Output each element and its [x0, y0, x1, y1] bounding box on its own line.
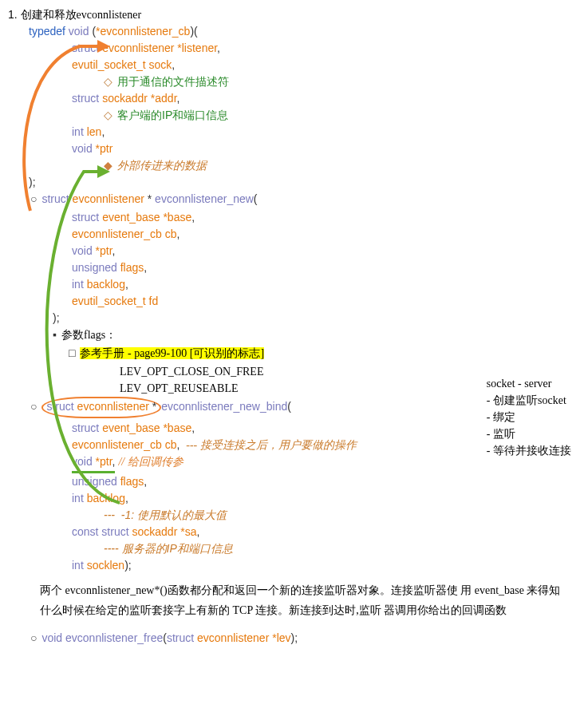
fn1-p6: evutil_socket_t fd	[8, 293, 568, 310]
fn1-sig: struct evconnlistener * evconnlistener_n…	[30, 191, 568, 208]
typedef-line: typedef void (*evconnlistener_cb)(	[8, 23, 568, 40]
fn1-opt1: LEV_OPT_CLOSE_ON_FREE	[8, 363, 568, 380]
fn2-p2: evconnlistener_cb cb, --- 接受连接之后，用户要做的操作	[8, 437, 568, 453]
typedef-p2-note: ◇用于通信的文件描述符	[8, 73, 568, 90]
fn1-flags-label: 参数flags：	[53, 326, 568, 343]
typedef-p1: struct evconnlistener *listener,	[8, 40, 568, 57]
fn1-opt2: LEV_OPT_REUSEABLE	[8, 380, 568, 397]
fn2-p5: int backlog,	[8, 490, 568, 507]
sidebar-item-1: 绑定	[487, 409, 571, 425]
sidebar-item-2: 监听	[487, 425, 571, 442]
sidebar-title: socket - server	[487, 375, 571, 392]
fn1-block: struct evconnlistener * evconnlistener_n…	[8, 191, 568, 208]
fn1-p3: void *ptr,	[8, 243, 568, 259]
fn1-p1: struct event_base *base,	[8, 209, 568, 226]
section-title: 1. 创建和释放evconnlistener	[8, 6, 568, 23]
fn3-block: void evconnlistener_free(struct evconnli…	[8, 630, 568, 647]
typedef-p5: void *ptr	[8, 140, 568, 157]
typedef-p5-note: ◆外部传进来的数据	[8, 157, 568, 174]
fn1-flags-ref: 参考手册 - page99-100 [可识别的标志]	[69, 345, 568, 362]
fn2-p7: int socklen);	[8, 557, 568, 574]
fn1-close: );	[8, 310, 568, 326]
typedef-close: );	[8, 174, 568, 191]
typedef-p3-note: ◇客户端的IP和端口信息	[8, 107, 568, 124]
sidebar-item-3: 等待并接收连接	[487, 442, 571, 459]
sidebar-item-0: 创建监听socket	[487, 392, 571, 409]
title-text: 创建和释放evconnlistener	[21, 9, 142, 21]
sidebar-notes: socket - server 创建监听socket 绑定 监听 等待并接收连接	[487, 375, 571, 459]
typedef-p2: evutil_socket_t sock,	[8, 57, 568, 73]
title-number: 1.	[8, 8, 18, 21]
fn2-p6-note: ---- 服务器的IP和端口信息	[8, 540, 568, 557]
explanation-text: 两个 evconnlistener_new*()函数都分配和返回一个新的连接监听…	[40, 580, 568, 620]
fn2-p6: const struct sockaddr *sa,	[8, 524, 568, 540]
fn1-p4: unsigned flags,	[8, 259, 568, 276]
fn1-flags: 参数flags： 参考手册 - page99-100 [可识别的标志]	[8, 326, 568, 362]
typedef-p3: struct sockaddr *addr,	[8, 90, 568, 107]
fn2-p3: void *ptr, // 给回调传参	[8, 453, 568, 473]
fn1-p2: evconnlistener_cb cb,	[8, 226, 568, 243]
fn2-p4: unsigned flags,	[8, 473, 568, 490]
fn3-sig: void evconnlistener_free(struct evconnli…	[30, 630, 568, 647]
fn2-block: struct evconnlistener *evconnlistener_ne…	[8, 397, 568, 418]
fn2-p1: struct event_base *base,	[8, 420, 568, 437]
fn1-p5: int backlog,	[8, 276, 568, 293]
typedef-p4: int len,	[8, 124, 568, 140]
fn2-p5-note: --- -1: 使用默认的最大值	[8, 507, 568, 524]
